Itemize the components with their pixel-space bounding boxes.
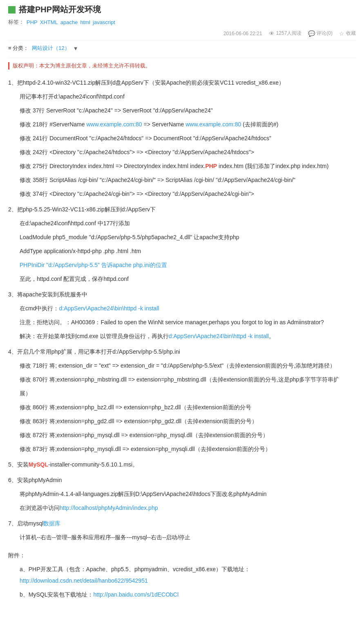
section-5-title: 5、安装MySQL-installer-community-5.6.10.1.m…	[8, 459, 356, 470]
section-7: 7、启动mysql数据库 计算机--右击--管理--服务和应用程序--服务---…	[8, 518, 356, 543]
tags-row: 标签： PHP XHTML apache html javascript	[8, 18, 356, 26]
s4-sub2: 修改 870行 将;extension=php_mbstring.dll => …	[20, 374, 356, 385]
section-2: 2、把php-5.5.25-Win32-VC11-x86.zip解压到d:/Ap…	[8, 204, 356, 285]
s1-sub5: 修改 242行 <Directory "c:/Apache24/htdocs">…	[20, 146, 356, 158]
title-icon	[8, 6, 16, 13]
category-label: ≡ 分类：	[8, 45, 29, 52]
tag-php[interactable]: PHP	[27, 19, 38, 25]
comments-icon: 💬	[308, 30, 315, 37]
views-icon: 👁	[269, 30, 275, 37]
link-attachment-a[interactable]: http://download.csdn.net/detail/hanbo622…	[20, 577, 148, 584]
section-1: 1、把httpd-2.4.10-win32-VC11.zip解压到d盘AppSe…	[8, 77, 356, 200]
s4-sub5: 修改 872行 将;extension=php_mysql.dll => ext…	[20, 429, 356, 441]
s7-sub1: 计算机--右击--管理--服务和应用程序--服务---mysql--右击--启动…	[20, 532, 356, 543]
section-5: 5、安装MySQL-installer-community-5.6.10.1.m…	[8, 459, 356, 470]
category-arrow: ▼	[73, 45, 78, 52]
collect-icon: ☆	[339, 30, 344, 37]
title-bar: 搭建PHP网站开发环境	[8, 4, 356, 15]
category-row: ≡ 分类： 网站设计（12） ▼	[8, 45, 356, 52]
meta-comments[interactable]: 💬 评论(0)	[308, 30, 333, 37]
page-title: 搭建PHP网站开发环境	[19, 4, 101, 15]
attachment-b: b、MySQL安装包下载地址：http://pan.baidu.com/s/1d…	[20, 589, 356, 600]
copyright-bar: 版权声明：本文为博主原创文章，未经博主允许不得转载。	[8, 62, 356, 70]
s3-sub1: 在cmd中执行：d:AppServ\Apache24\bin\httpd -k …	[20, 303, 356, 314]
s2-sub3: AddType application/x-httpd-php .php .ht…	[20, 245, 356, 257]
tag-javascript[interactable]: javascript	[93, 19, 115, 25]
section-3-title: 3、将apache安装到系统服务中	[8, 289, 356, 300]
s2-sub5: 至此，httpd.conf 配置完成，保存httpd.conf	[20, 273, 356, 285]
tags-label: 标签：	[8, 18, 24, 26]
meta-date: 2016-06-06 22:21	[223, 31, 262, 36]
s6-sub2: 在浏览器中访问http://localhost/phpMyAdmin/index…	[20, 502, 356, 514]
s1-sub4: 修改 241行 DocumentRoot "c:/Apache24/htdocs…	[20, 132, 356, 144]
section-2-title: 2、把php-5.5.25-Win32-VC11-x86.zip解压到d:/Ap…	[8, 204, 356, 215]
meta-collect[interactable]: ☆ 收藏	[339, 30, 356, 37]
s4-sub2b: 展）	[20, 388, 356, 399]
attachment-a: a、PHP开发工具（包含：Apache、php5.5、phpmyadmin、vc…	[20, 563, 356, 586]
section-4: 4、开启几个常用php扩展，用记事本打开d:/AppServ/php-5.5/p…	[8, 346, 356, 455]
section-4-title: 4、开启几个常用php扩展，用记事本打开d:/AppServ/php-5.5/p…	[8, 346, 356, 357]
meta-views: 👁 1257人阅读	[269, 30, 302, 37]
s1-sub8: 修改 374行 <Directory "c:/Apache24/cgi-bin"…	[20, 188, 356, 200]
s1-sub2: 修改 37行 ServerRoot "c:/Apache24" => Serve…	[20, 105, 356, 116]
page-container: 搭建PHP网站开发环境 标签： PHP XHTML apache html ja…	[8, 4, 356, 600]
link-attachment-b[interactable]: http://pan.baidu.com/s/1dECObCl	[93, 591, 179, 598]
main-content: 1、把httpd-2.4.10-win32-VC11.zip解压到d盘AppSe…	[8, 77, 356, 600]
s4-sub3: 修改 860行 将;extension=php_bz2.dll => exten…	[20, 402, 356, 413]
section-7-title: 7、启动mysql数据库	[8, 518, 356, 529]
section-6-title: 6、安装phpMyAdmin	[8, 474, 356, 486]
meta-row: 2016-06-06 22:21 👁 1257人阅读 💬 评论(0) ☆ 收藏	[8, 30, 356, 40]
section-3: 3、将apache安装到系统服务中 在cmd中执行：d:AppServ\Apac…	[8, 289, 356, 342]
s1-sub3: 修改 218行 #ServerName www.example.com:80 =…	[20, 119, 356, 130]
s1-sub1: 用记事本打开d:\apache24\conf\httpd.conf	[20, 91, 356, 102]
s3-sub3: 解决：在开始菜单找到cmd.exe 以管理员身份运行，再执行d:AppServ\…	[20, 330, 356, 342]
s3-sub2: 注意：拒绝访问。：AH00369：Failed to open the WinN…	[20, 316, 356, 328]
tag-html[interactable]: html	[80, 19, 90, 25]
s1-sub7: 修改 358行 ScriptAlias /cgi-bin/ "c:/Apache…	[20, 174, 356, 186]
link-example-1[interactable]: www.example.com:80	[86, 121, 142, 128]
divider	[8, 58, 356, 58]
category-link[interactable]: 网站设计（12）	[32, 45, 69, 52]
s4-sub4: 修改 863行 将;extension=php_gd2.dll => exten…	[20, 415, 356, 427]
tag-apache[interactable]: apache	[60, 19, 78, 25]
attachments: 附件： a、PHP开发工具（包含：Apache、php5.5、phpmyadmi…	[8, 550, 356, 600]
s2-sub4: PHPIniDir "d:/AppServ/php-5.5" 告诉apache …	[20, 259, 356, 271]
s4-sub1: 修改 718行 将; extension_dir = "ext" => exte…	[20, 360, 356, 371]
s1-sub6: 修改 275行 DirectoryIndex index.html => Dir…	[20, 160, 356, 172]
section-1-title: 1、把httpd-2.4.10-win32-VC11.zip解压到d盘AppSe…	[8, 77, 356, 88]
tag-xhtml[interactable]: XHTML	[40, 19, 58, 25]
link-phpmyadmin[interactable]: http://localhost/phpMyAdmin/index.php	[60, 505, 158, 511]
link-example-2[interactable]: www.example.com:80	[185, 121, 241, 128]
section-6: 6、安装phpMyAdmin 将phpMyAdmin-4.1.4-all-lan…	[8, 474, 356, 514]
attachment-title: 附件：	[8, 550, 356, 561]
s6-sub1: 将phpMyAdmin-4.1.4-all-languages.zip解压到D:…	[20, 488, 356, 500]
s2-sub2: LoadModule php5_module "d:/AppServ/php-5…	[20, 231, 356, 243]
s4-sub6: 修改 873行 将;extension=php_mysqli.dll => ex…	[20, 443, 356, 455]
s2-sub1: 在d:\apache24\conf\httpd.conf 中177行添加	[20, 218, 356, 229]
